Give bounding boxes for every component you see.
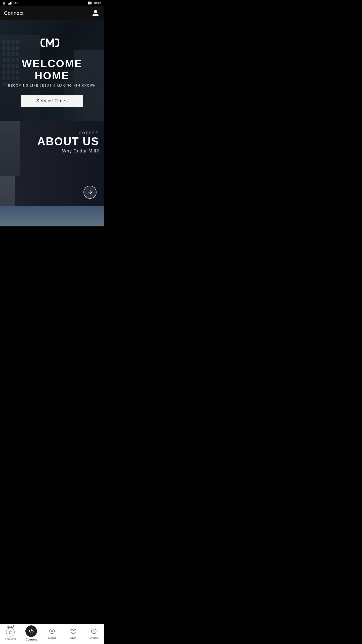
hero-subtitle: BECOMING LIKE JESUS & MAKING HIM KNOWN [8, 84, 96, 87]
battery-icon [88, 2, 92, 5]
coffee-label: COFFEE [37, 131, 99, 135]
about-content: COFFEE ABOUT US Why Cedar Mill? [37, 131, 99, 154]
nav-title: Connect [4, 10, 24, 16]
arrow-right-icon [87, 189, 93, 195]
svg-rect-4 [10, 2, 11, 5]
lte-label: LTE [14, 2, 18, 5]
svg-rect-3 [9, 3, 10, 5]
hero-content: WELCOME HOME BECOMING LIKE JESUS & MAKIN… [0, 20, 104, 121]
hero-title: WELCOME HOME [5, 58, 99, 82]
scroll-content: WELCOME HOME BECOMING LIKE JESUS & MAKIN… [0, 20, 104, 247]
service-times-button[interactable]: Service Times [21, 95, 83, 107]
svg-rect-7 [92, 3, 92, 4]
preview-section [0, 206, 104, 226]
svg-rect-1 [4, 2, 5, 5]
svg-rect-0 [3, 2, 4, 5]
signal-icon [8, 2, 13, 5]
status-left: LTE [3, 2, 18, 5]
sim-icon [3, 2, 7, 5]
about-title: ABOUT US [37, 136, 99, 147]
hero-section: WELCOME HOME BECOMING LIKE JESUS & MAKIN… [0, 20, 104, 121]
about-subtitle: Why Cedar Mill? [37, 148, 99, 154]
top-nav: Connect [0, 6, 104, 20]
profile-icon-button[interactable] [91, 9, 100, 18]
status-time: 10:12 [93, 1, 101, 5]
svg-rect-2 [8, 4, 9, 5]
logo-svg [39, 34, 65, 52]
svg-rect-5 [11, 2, 12, 5]
about-section[interactable]: COFFEE ABOUT US Why Cedar Mill? [0, 121, 104, 206]
about-arrow-button[interactable] [83, 186, 97, 199]
status-bar: LTE 10:12 [0, 0, 104, 6]
status-right: 10:12 [88, 1, 101, 5]
cm-logo [39, 34, 65, 53]
user-icon [92, 9, 99, 17]
preview-overlay [0, 206, 104, 226]
